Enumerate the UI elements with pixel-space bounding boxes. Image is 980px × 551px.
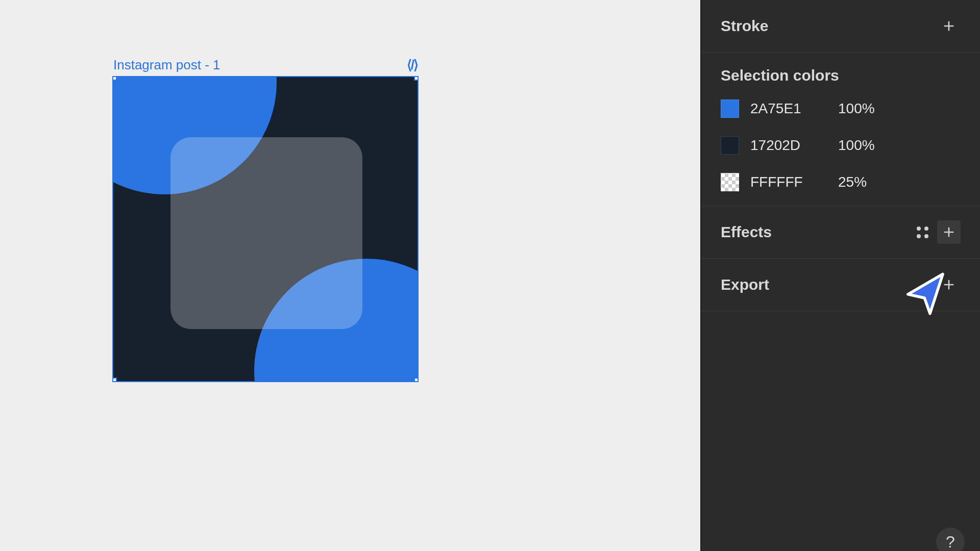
dev-mode-icon[interactable]: ⟨/⟩	[407, 57, 418, 73]
add-effect-button[interactable]	[937, 220, 961, 244]
export-section: Export	[701, 259, 980, 311]
artboard[interactable]: 1080 × 1080	[112, 76, 419, 382]
frame-title[interactable]: Instagram post - 1	[113, 57, 220, 73]
resize-handle-tr[interactable]	[414, 76, 419, 81]
selected-frame[interactable]: Instagram post - 1 ⟨/⟩ 1080 × 1080	[112, 57, 419, 382]
add-stroke-button[interactable]	[937, 14, 961, 38]
help-button[interactable]: ?	[936, 528, 965, 551]
color-hex[interactable]: 2A75E1	[750, 101, 827, 117]
color-hex[interactable]: 17202D	[750, 137, 827, 154]
effects-styles-button[interactable]	[911, 220, 934, 244]
effects-section: Effects	[701, 206, 980, 259]
stroke-label: Stroke	[721, 17, 768, 35]
color-swatch[interactable]	[721, 99, 739, 118]
add-export-button[interactable]	[937, 273, 961, 296]
help-label: ?	[946, 533, 955, 552]
stroke-section: Stroke	[701, 0, 980, 53]
selection-colors-label: Selection colors	[721, 67, 839, 84]
color-row[interactable]: FFFFFF 25%	[721, 173, 961, 191]
resize-handle-bl[interactable]	[112, 378, 117, 382]
effects-label: Effects	[721, 223, 772, 241]
frame-header: Instagram post - 1 ⟨/⟩	[112, 57, 419, 73]
inspector-panel: Stroke Selection colors 2A75E1 100% 1720…	[700, 0, 980, 551]
color-hex[interactable]: FFFFFF	[750, 174, 827, 190]
canvas-area[interactable]: Instagram post - 1 ⟨/⟩ 1080 × 1080	[0, 0, 700, 551]
color-opacity[interactable]: 100%	[838, 101, 875, 117]
shape-glass-square[interactable]	[170, 137, 362, 329]
color-swatch[interactable]	[721, 173, 739, 191]
color-opacity[interactable]: 100%	[838, 137, 875, 154]
resize-handle-br[interactable]	[414, 378, 419, 382]
selection-colors-list: 2A75E1 100% 17202D 100% FFFFFF 25%	[721, 99, 961, 191]
selection-colors-section: Selection colors 2A75E1 100% 17202D 100%…	[701, 53, 980, 206]
resize-handle-tl[interactable]	[112, 76, 117, 81]
export-label: Export	[721, 276, 769, 293]
color-swatch[interactable]	[721, 136, 739, 155]
color-row[interactable]: 17202D 100%	[721, 136, 961, 155]
color-opacity[interactable]: 25%	[838, 174, 867, 190]
color-row[interactable]: 2A75E1 100%	[721, 99, 961, 118]
